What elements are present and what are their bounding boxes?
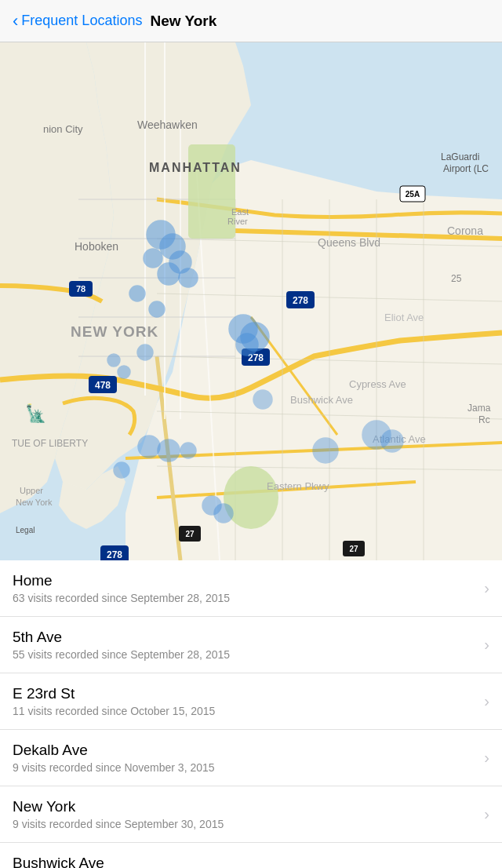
svg-text:278: 278 [107,549,122,560]
svg-text:Legal: Legal [16,526,35,534]
svg-text:Weehawken: Weehawken [137,119,198,131]
svg-text:River: River [227,217,248,226]
svg-text:25: 25 [451,273,462,284]
svg-text:Corona: Corona [447,224,483,237]
chevron-right-icon: › [484,862,489,868]
location-text-3: Dekalb Ave 9 visits recorded since Novem… [13,742,478,774]
location-name-4: New York [13,798,478,815]
location-item[interactable]: E 23rd St 11 visits recorded since Octob… [0,673,502,730]
location-name-5: Bushwick Ave [13,855,478,868]
svg-point-76 [179,268,198,287]
svg-point-75 [144,249,162,268]
back-label: Frequent Locations [21,13,142,29]
location-text-1: 5th Ave 55 visits recorded since Septemb… [13,629,478,661]
svg-text:Jama: Jama [467,403,491,414]
svg-text:Eastern Pkwy: Eastern Pkwy [267,480,329,492]
location-subtitle-1: 55 visits recorded since September 28, 2… [13,648,478,661]
location-text-5: Bushwick Ave 9 visits recorded since Sep… [13,855,478,868]
svg-point-30 [224,466,278,529]
svg-text:Hoboken: Hoboken [75,240,118,253]
back-button[interactable]: ‹ Frequent Locations [13,13,142,30]
map-svg: 278 278 478 78 25A 27 27 278 MANHATTAN N… [0,42,502,560]
svg-point-74 [158,263,180,285]
location-name-1: 5th Ave [13,629,478,646]
svg-text:TUE OF LIBERTY: TUE OF LIBERTY [12,438,88,449]
location-item[interactable]: Home 63 visits recorded since September … [0,560,502,617]
location-text-0: Home 63 visits recorded since September … [13,572,478,604]
location-list: Home 63 visits recorded since September … [0,560,502,868]
chevron-right-icon: › [484,636,489,654]
back-chevron-icon: ‹ [13,13,18,30]
svg-point-90 [236,334,258,356]
svg-point-78 [149,301,165,317]
svg-text:Eliot Ave: Eliot Ave [384,312,424,323]
svg-text:25A: 25A [406,190,420,199]
svg-text:27: 27 [349,545,358,553]
chevron-right-icon: › [484,692,489,710]
svg-text:Rc: Rc [478,414,490,425]
location-name-2: E 23rd St [13,685,478,702]
location-name-0: Home [13,572,478,589]
svg-text:LaGuardi: LaGuardi [441,151,479,162]
svg-text:MANHATTAN: MANHATTAN [149,161,242,174]
svg-text:NEW YORK: NEW YORK [71,323,158,340]
svg-point-80 [107,354,120,367]
location-subtitle-4: 9 visits recorded since September 30, 20… [13,818,478,830]
location-name-3: Dekalb Ave [13,742,478,759]
svg-point-87 [214,504,233,523]
svg-point-92 [313,438,338,463]
location-subtitle-0: 63 visits recorded since September 28, 2… [13,592,478,604]
svg-text:🗽: 🗽 [25,403,47,424]
location-subtitle-3: 9 visits recorded since November 3, 2015 [13,761,478,774]
location-item[interactable]: Dekalb Ave 9 visits recorded since Novem… [0,730,502,786]
svg-point-85 [114,462,129,478]
page-title: New York [150,13,216,30]
location-item[interactable]: New York 9 visits recorded since Septemb… [0,786,502,843]
header: ‹ Frequent Locations New York [0,0,502,42]
svg-text:27: 27 [185,530,195,538]
svg-point-82 [138,436,160,458]
svg-point-91 [253,390,272,409]
svg-point-83 [158,439,180,461]
map-view[interactable]: 278 278 478 78 25A 27 27 278 MANHATTAN N… [0,42,502,560]
chevron-right-icon: › [484,749,489,767]
svg-point-79 [137,345,153,360]
svg-point-84 [180,443,196,458]
location-text-4: New York 9 visits recorded since Septemb… [13,798,478,830]
location-item[interactable]: Bushwick Ave 9 visits recorded since Sep… [0,843,502,868]
svg-point-94 [381,430,403,452]
svg-point-77 [129,286,145,301]
svg-text:nion City: nion City [43,123,83,135]
svg-text:Bushwick Ave: Bushwick Ave [290,394,353,406]
svg-text:Cypress Ave: Cypress Ave [349,378,406,390]
svg-point-81 [118,366,130,378]
svg-text:New York: New York [16,498,53,507]
svg-text:Upper: Upper [20,486,43,495]
svg-text:78: 78 [76,284,85,294]
svg-text:278: 278 [293,295,308,306]
svg-text:East: East [231,207,249,217]
svg-text:478: 478 [95,380,111,391]
location-item[interactable]: 5th Ave 55 visits recorded since Septemb… [0,617,502,673]
chevron-right-icon: › [484,805,489,823]
svg-text:Queens Blvd: Queens Blvd [318,236,380,249]
svg-text:Airport (LC: Airport (LC [443,163,489,174]
location-text-2: E 23rd St 11 visits recorded since Octob… [13,685,478,717]
location-subtitle-2: 11 visits recorded since October 15, 201… [13,705,478,717]
chevron-right-icon: › [484,579,489,597]
